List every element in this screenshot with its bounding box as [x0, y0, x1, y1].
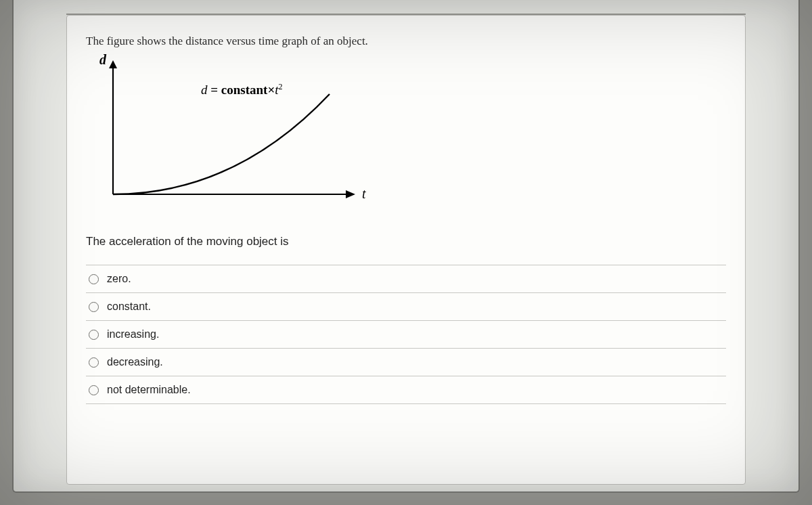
option-zero[interactable]: zero. [86, 265, 726, 293]
screen-frame: The figure shows the distance versus tim… [12, 0, 800, 493]
option-increasing[interactable]: increasing. [86, 321, 726, 349]
option-label: increasing. [107, 328, 159, 341]
option-label: constant. [107, 301, 151, 313]
question-prompt: The figure shows the distance versus tim… [86, 35, 726, 48]
answer-options: zero. constant. increasing. decreasing. … [86, 265, 726, 404]
parabola-curve [113, 94, 330, 194]
radio-icon [89, 330, 99, 340]
radio-icon [89, 274, 99, 284]
x-axis-label: t [362, 186, 366, 201]
subquestion-text: The acceleration of the moving object is [86, 235, 726, 248]
radio-icon [89, 302, 99, 312]
radio-icon [89, 385, 99, 395]
distance-time-graph: d t d = constant×t2 [86, 53, 384, 216]
y-axis-arrow-icon [109, 60, 117, 68]
x-axis-arrow-icon [346, 190, 355, 198]
y-axis-label: d [99, 53, 107, 67]
radio-icon [89, 357, 99, 368]
option-label: zero. [107, 273, 131, 285]
option-not-determinable[interactable]: not determinable. [86, 376, 726, 404]
option-decreasing[interactable]: decreasing. [86, 349, 726, 376]
option-label: decreasing. [107, 356, 163, 368]
option-constant[interactable]: constant. [86, 293, 726, 321]
panel-divider [66, 0, 746, 15]
option-label: not determinable. [107, 384, 191, 396]
curve-equation: d = constant×t2 [201, 82, 283, 97]
question-card: The figure shows the distance versus tim… [66, 15, 746, 485]
